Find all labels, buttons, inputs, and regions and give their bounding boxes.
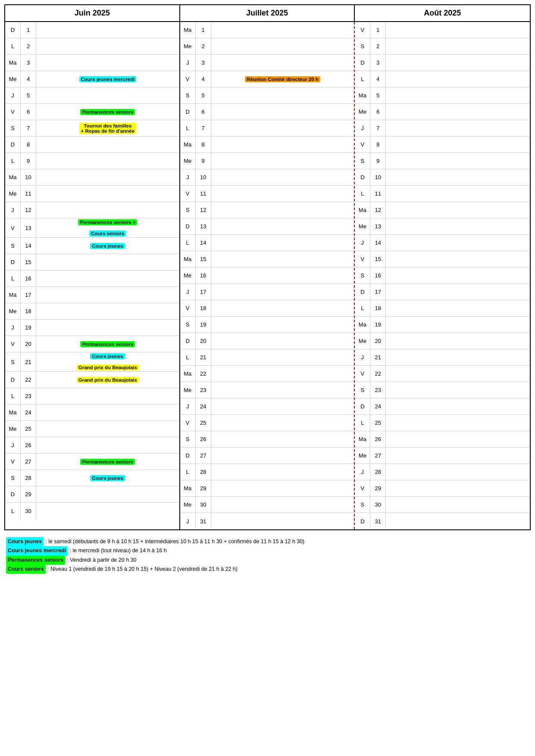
day-name: Ma: [5, 169, 21, 185]
day-num: 15: [196, 251, 211, 267]
day-num: 18: [196, 300, 211, 316]
day-event: [36, 287, 179, 303]
day-row: S16: [355, 268, 530, 284]
day-row: S19: [180, 317, 354, 333]
day-row: J28: [355, 464, 530, 480]
day-event: [211, 480, 354, 496]
day-num: 18: [370, 300, 386, 316]
day-num: 28: [370, 464, 386, 480]
legend-badge: Cours jeunes mercredi: [6, 546, 68, 555]
day-num: 31: [196, 513, 211, 529]
day-num: 28: [196, 464, 211, 480]
day-name: D: [5, 486, 21, 502]
day-num: 3: [196, 55, 211, 71]
day-row: S21Cours jeunesGrand prix du Beaujolais: [5, 352, 179, 372]
month-col-juillet: Ma1Me2J3V4Réunion Comité directeur 20 hS…: [180, 22, 355, 529]
day-num: 10: [21, 169, 36, 185]
day-event: [36, 22, 179, 38]
day-num: 9: [21, 153, 36, 169]
day-num: 26: [21, 437, 36, 453]
day-name: Ma: [180, 251, 196, 267]
day-name: J: [180, 513, 196, 529]
day-row: L28: [180, 464, 354, 480]
day-num: 2: [196, 38, 211, 54]
day-name: L: [5, 271, 21, 286]
day-row: V8: [355, 137, 530, 153]
day-name: J: [355, 349, 370, 365]
day-row: S12: [180, 202, 354, 218]
day-event: [211, 448, 354, 464]
day-name: V: [355, 137, 370, 152]
day-num: 16: [196, 268, 211, 283]
day-row: J10: [180, 169, 354, 186]
day-num: 27: [21, 454, 36, 470]
day-event: [211, 382, 354, 398]
day-event: [211, 349, 354, 365]
day-num: 23: [370, 382, 386, 398]
day-row: J5: [5, 87, 179, 104]
day-event: [386, 366, 530, 382]
day-event: [386, 268, 530, 283]
day-event: [386, 317, 530, 333]
day-name: S: [355, 497, 370, 513]
day-num: 14: [21, 238, 36, 254]
day-event: [386, 300, 530, 316]
day-event: [36, 404, 179, 420]
day-row: V6Permanences seniors: [5, 104, 179, 120]
day-num: 10: [370, 169, 386, 185]
day-event: [386, 87, 530, 103]
day-name: Ma: [5, 55, 21, 71]
day-row: D10: [355, 169, 530, 186]
day-num: 6: [196, 104, 211, 120]
day-name: D: [180, 448, 196, 464]
day-num: 27: [370, 448, 386, 464]
legend-line: Cours jeunes : le samedi (débutants de 9…: [6, 537, 529, 546]
day-name: J: [5, 437, 21, 453]
legend-line: Cours seniors : Niveau 1 (vendredi de 19…: [6, 565, 529, 574]
day-num: 16: [370, 268, 386, 283]
day-num: 8: [196, 137, 211, 152]
legend-text: : Niveau 1 (vendredi de 19 h 15 à 20 h 1…: [47, 565, 238, 574]
day-row: J17: [180, 284, 354, 300]
day-event: [386, 448, 530, 464]
day-num: 14: [370, 235, 386, 251]
day-row: Me6: [355, 104, 530, 120]
day-row: Me20: [355, 333, 530, 349]
day-name: V: [5, 104, 21, 120]
day-row: L7: [180, 120, 354, 137]
day-event: [386, 284, 530, 300]
day-name: D: [5, 22, 21, 38]
day-event: [36, 137, 179, 152]
day-row: Ma1: [180, 22, 354, 38]
day-name: J: [5, 320, 21, 336]
day-num: 19: [370, 317, 386, 333]
day-name: Me: [5, 421, 21, 437]
day-name: J: [5, 87, 21, 103]
day-name: Me: [355, 333, 370, 349]
day-num: 17: [21, 287, 36, 303]
day-row: L18: [355, 300, 530, 317]
day-name: V: [180, 415, 196, 431]
day-row: J7: [355, 120, 530, 137]
day-name: D: [180, 333, 196, 349]
day-num: 15: [21, 254, 36, 270]
day-num: 4: [370, 71, 386, 87]
day-name: Ma: [355, 317, 370, 333]
day-num: 7: [370, 120, 386, 136]
day-num: 7: [196, 120, 211, 136]
day-event: Permanences seniors: [36, 454, 179, 470]
legend: Cours jeunes : le samedi (débutants de 9…: [4, 535, 531, 576]
day-event: [386, 513, 530, 529]
day-num: 6: [370, 104, 386, 120]
day-event: [36, 320, 179, 336]
day-event: [211, 398, 354, 414]
day-num: 21: [196, 349, 211, 365]
day-num: 23: [196, 382, 211, 398]
day-name: D: [5, 372, 21, 388]
day-num: 4: [196, 71, 211, 87]
day-row: L9: [5, 153, 179, 169]
day-row: D17: [355, 284, 530, 300]
day-event: [386, 169, 530, 185]
day-name: S: [180, 87, 196, 103]
day-num: 21: [21, 352, 36, 371]
